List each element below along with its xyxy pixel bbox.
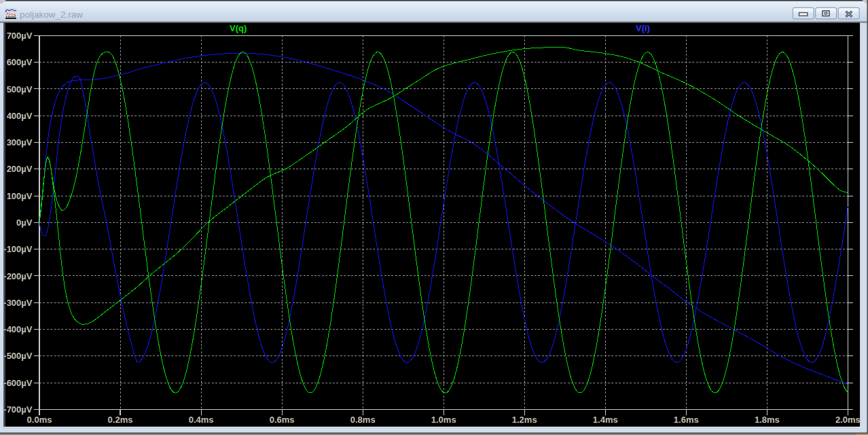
- svg-text:V(i): V(i): [636, 23, 650, 33]
- svg-text:600µV: 600µV: [7, 57, 33, 67]
- svg-text:-700µV: -700µV: [3, 404, 33, 415]
- svg-text:-400µV: -400µV: [3, 324, 33, 334]
- svg-text:0.4ms: 0.4ms: [189, 415, 214, 425]
- svg-text:0.8ms: 0.8ms: [350, 415, 376, 425]
- svg-text:200µV: 200µV: [7, 164, 33, 174]
- svg-text:-300µV: -300µV: [3, 298, 33, 308]
- svg-text:-500µV: -500µV: [3, 351, 33, 361]
- svg-text:-200µV: -200µV: [3, 271, 33, 281]
- svg-text:0.0ms: 0.0ms: [27, 415, 52, 425]
- svg-text:-100µV: -100µV: [3, 244, 33, 254]
- svg-text:2.0ms: 2.0ms: [835, 415, 861, 425]
- svg-text:0µV: 0µV: [16, 218, 33, 228]
- svg-text:poljakow_2.raw: poljakow_2.raw: [20, 10, 83, 20]
- svg-text:1.4ms: 1.4ms: [593, 415, 618, 425]
- svg-text:1.0ms: 1.0ms: [431, 415, 456, 425]
- svg-text:1.2ms: 1.2ms: [512, 415, 537, 425]
- svg-text:400µV: 400µV: [7, 111, 33, 121]
- svg-text:1.6ms: 1.6ms: [674, 415, 699, 425]
- svg-text:500µV: 500µV: [7, 84, 33, 94]
- svg-text:1.8ms: 1.8ms: [755, 415, 780, 425]
- svg-text:700µV: 700µV: [7, 31, 33, 41]
- svg-text:0.6ms: 0.6ms: [270, 415, 295, 425]
- svg-text:300µV: 300µV: [7, 137, 33, 147]
- svg-text:100µV: 100µV: [7, 191, 33, 201]
- svg-text:-600µV: -600µV: [3, 378, 33, 388]
- svg-text:V(q): V(q): [230, 23, 247, 33]
- svg-text:0.2ms: 0.2ms: [108, 415, 133, 425]
